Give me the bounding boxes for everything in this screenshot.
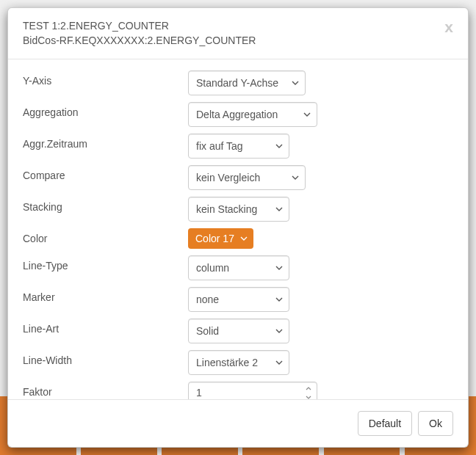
marker-select[interactable]: none (188, 287, 289, 312)
compare-value: kein Vergleich (196, 172, 260, 183)
close-button[interactable]: x (444, 19, 453, 34)
line-width-select[interactable]: Linenstärke 2 (188, 350, 289, 375)
aggregation-label: Aggregation (23, 102, 188, 118)
chevron-down-icon (275, 360, 283, 365)
chevron-down-icon (275, 329, 283, 333)
marker-value: none (196, 294, 219, 305)
line-type-value: column (196, 262, 229, 274)
chevron-down-icon (275, 144, 283, 148)
aggregation-select[interactable]: Delta Aggregation (188, 102, 317, 127)
dialog-footer: Default Ok (8, 399, 468, 447)
line-art-select[interactable]: Solid (188, 318, 289, 343)
stacking-value: kein Stacking (196, 203, 257, 215)
faktor-spinner (303, 385, 314, 399)
chevron-down-icon (292, 81, 299, 85)
settings-dialog: TEST 1:2.ENERGY_COUNTER BidCos-RF.KEQXXX… (7, 7, 469, 448)
ok-button[interactable]: Ok (418, 411, 453, 436)
chevron-down-icon (275, 266, 283, 270)
color-label: Color (23, 228, 188, 244)
line-art-value: Solid (196, 325, 219, 337)
default-button[interactable]: Default (358, 411, 412, 436)
title-line-1: TEST 1:2.ENERGY_COUNTER (23, 20, 169, 32)
line-art-label: Line-Art (23, 318, 188, 335)
faktor-step-up[interactable] (303, 385, 314, 392)
line-width-value: Linenstärke 2 (196, 357, 258, 368)
stacking-label: Stacking (23, 197, 188, 213)
color-select[interactable]: Color 17 (188, 228, 253, 249)
faktor-label: Faktor (23, 382, 188, 398)
marker-label: Marker (23, 287, 188, 303)
faktor-value: 1 (196, 387, 202, 398)
aggr-zeitraum-value: fix auf Tag (196, 140, 243, 152)
chevron-down-icon (240, 236, 248, 241)
dialog-title: TEST 1:2.ENERGY_COUNTER BidCos-RF.KEQXXX… (23, 19, 444, 48)
chevron-down-icon (275, 297, 283, 302)
yaxis-select[interactable]: Standard Y-Achse (188, 70, 306, 95)
compare-select[interactable]: kein Vergleich (188, 165, 306, 190)
chevron-down-icon (275, 207, 283, 211)
line-type-select[interactable]: column (188, 255, 289, 280)
yaxis-label: Y-Axis (23, 70, 188, 87)
chevron-down-icon (292, 175, 299, 180)
title-line-2: BidCos-RF.KEQXXXXXXX:2.ENERGY_COUNTER (23, 34, 256, 46)
faktor-input[interactable]: 1 (188, 382, 317, 399)
aggregation-value: Delta Aggregation (196, 109, 278, 120)
dialog-header: TEST 1:2.ENERGY_COUNTER BidCos-RF.KEQXXX… (8, 8, 468, 59)
aggr-zeitraum-label: Aggr.Zeitraum (23, 134, 188, 150)
dialog-body: Y-Axis Standard Y-Achse Aggregation Delt… (8, 59, 468, 399)
line-type-label: Line-Type (23, 255, 188, 272)
yaxis-value: Standard Y-Achse (196, 77, 278, 89)
faktor-step-down[interactable] (303, 393, 314, 399)
chevron-down-icon (303, 112, 311, 117)
line-width-label: Line-Width (23, 350, 188, 366)
stacking-select[interactable]: kein Stacking (188, 197, 289, 222)
compare-label: Compare (23, 165, 188, 181)
aggr-zeitraum-select[interactable]: fix auf Tag (188, 134, 289, 159)
color-value: Color 17 (195, 233, 234, 244)
